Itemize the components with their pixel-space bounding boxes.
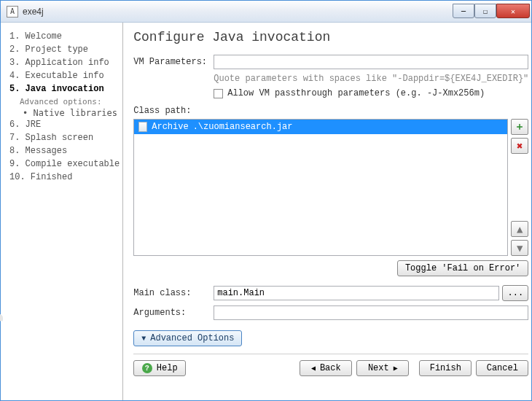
page-title: Configure Java invocation (133, 30, 528, 44)
vm-passthrough-label: Allow VM passthrough parameters (e.g. -J… (227, 88, 485, 98)
wizard-steps-sidebar: 1. Welcome 2. Project type 3. Applicatio… (1, 23, 123, 400)
main-class-input[interactable] (214, 286, 499, 300)
vm-parameters-input[interactable] (214, 55, 528, 69)
brand-watermark: exe4j (0, 311, 4, 394)
help-button-label: Help (157, 363, 178, 373)
close-button[interactable]: ✕ (496, 4, 530, 18)
advanced-options-button[interactable]: Advanced Options (133, 330, 242, 346)
archive-icon (138, 122, 147, 132)
app-window: A exe4j ─ ☐ ✕ 1. Welcome 2. Project type… (0, 0, 532, 401)
maximize-button[interactable]: ☐ (474, 4, 496, 18)
next-button[interactable]: Next (356, 360, 409, 376)
arguments-label: Arguments: (133, 308, 214, 318)
window-title: exe4j (23, 7, 453, 17)
help-icon: ? (142, 363, 152, 373)
vm-parameters-hint: Quote parameters with spaces like "-Dapp… (214, 74, 528, 84)
help-button[interactable]: ? Help (133, 360, 186, 376)
classpath-item[interactable]: Archive .\zuomiansearch.jar (134, 120, 507, 134)
main-class-label: Main class: (133, 288, 214, 298)
minimize-button[interactable]: ─ (453, 4, 474, 18)
classpath-item-path: .\zuomiansearch.jar (193, 122, 293, 132)
advanced-options-label: Advanced options: (9, 97, 120, 106)
step-executable-info[interactable]: 4. Executable info (9, 69, 120, 82)
app-icon: A (7, 6, 18, 17)
step-application-info[interactable]: 3. Application info (9, 56, 120, 69)
cancel-button[interactable]: Cancel (476, 360, 528, 376)
move-down-button[interactable]: ▼ (511, 240, 528, 256)
vm-parameters-label: VM Parameters: (133, 57, 214, 67)
vm-passthrough-checkbox[interactable] (214, 89, 223, 98)
toggle-fail-on-error-button[interactable]: Toggle 'Fail on Error' (397, 260, 528, 276)
browse-main-class-button[interactable]: ... (502, 285, 528, 301)
wizard-footer: ? Help Back Next Finish Cancel (133, 360, 528, 376)
classpath-item-prefix: Archive (152, 122, 188, 132)
classpath-label: Class path: (133, 106, 528, 116)
step-jre[interactable]: 6. JRE (9, 118, 120, 131)
step-finished[interactable]: 10. Finished (9, 171, 120, 184)
step-project-type[interactable]: 2. Project type (9, 43, 120, 56)
step-splash-screen[interactable]: 7. Splash screen (9, 131, 120, 144)
arguments-input[interactable] (214, 305, 528, 320)
remove-classpath-button[interactable]: ✖ (511, 138, 528, 154)
main-panel: Configure Java invocation VM Parameters:… (123, 23, 532, 400)
finish-button[interactable]: Finish (419, 360, 472, 376)
step-welcome[interactable]: 1. Welcome (9, 30, 120, 43)
back-button[interactable]: Back (300, 360, 352, 376)
classpath-list[interactable]: Archive .\zuomiansearch.jar (133, 119, 508, 256)
step-compile-executable[interactable]: 9. Compile executable (9, 157, 120, 171)
move-up-button[interactable]: ▲ (511, 221, 528, 237)
step-messages[interactable]: 8. Messages (9, 144, 120, 157)
separator (133, 354, 528, 354)
step-native-libraries[interactable]: Native libraries (9, 108, 120, 118)
add-classpath-button[interactable]: ＋ (511, 119, 528, 135)
step-java-invocation[interactable]: 5. Java invocation (9, 82, 120, 96)
titlebar[interactable]: A exe4j ─ ☐ ✕ (1, 1, 531, 23)
